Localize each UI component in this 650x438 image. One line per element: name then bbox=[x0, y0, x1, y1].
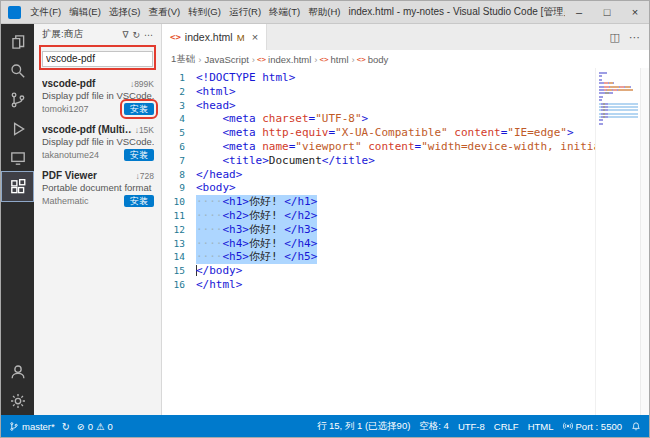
code-token: name bbox=[262, 140, 289, 153]
code-line[interactable]: 12····<h3>你好! </h3> bbox=[162, 223, 595, 237]
code-line[interactable]: 15</body> bbox=[162, 264, 595, 278]
code-line-text: <head> bbox=[196, 99, 236, 113]
code-token: "IE=edge" bbox=[507, 126, 567, 139]
breadcrumb-item[interactable]: html bbox=[330, 54, 350, 65]
code-token: </h4> bbox=[284, 237, 317, 250]
vertical-scrollbar[interactable] bbox=[640, 68, 649, 415]
menu-item-6[interactable]: 运行(R) bbox=[225, 1, 265, 23]
line-number: 2 bbox=[162, 85, 196, 99]
eol-sequence[interactable]: CRLF bbox=[494, 421, 519, 432]
cursor-position[interactable]: 行 15, 列 1 (已选择90) bbox=[317, 420, 410, 433]
code-file-icon: <> bbox=[257, 55, 266, 64]
split-editor-icon[interactable]: ◫ bbox=[610, 31, 620, 44]
settings-gear-icon[interactable] bbox=[2, 386, 33, 415]
remote-explorer-icon[interactable] bbox=[2, 143, 33, 172]
close-icon[interactable]: × bbox=[621, 2, 649, 23]
code-line-text: ····<h1>你好! </h1> bbox=[196, 195, 317, 209]
indentation[interactable]: 空格: 4 bbox=[419, 420, 449, 433]
code-line[interactable]: 5 <meta http-equiv="X-UA-Compatible" con… bbox=[162, 126, 595, 140]
tab-close-icon[interactable]: × bbox=[252, 31, 258, 43]
extension-item[interactable]: vscode-pdf (Multi…↓15KDisplay pdf file i… bbox=[34, 120, 161, 166]
code-editor[interactable]: 1<!DOCTYPE html>2<html>3<head>4 <meta ch… bbox=[162, 68, 649, 415]
filter-icon[interactable]: ∇ bbox=[120, 30, 130, 40]
breadcrumb-item[interactable]: 1基础 bbox=[170, 53, 196, 66]
code-line-text: <html> bbox=[196, 85, 236, 99]
minimap-line bbox=[599, 123, 638, 125]
breadcrumb-item[interactable]: index.html bbox=[267, 54, 312, 65]
sync-icon[interactable]: ↻ bbox=[62, 421, 70, 432]
git-branch-item[interactable]: master* bbox=[9, 421, 55, 432]
code-line[interactable]: 10····<h1>你好! </h1> bbox=[162, 195, 595, 209]
code-line[interactable]: 7 <title>Document</title> bbox=[162, 154, 595, 168]
extension-item[interactable]: vscode-pdf↓899KDisplay pdf file in VSCod… bbox=[34, 74, 161, 120]
status-right: 行 15, 列 1 (已选择90) 空格: 4 UTF-8 CRLF HTML … bbox=[317, 420, 641, 433]
extension-item[interactable]: PDF Viewer↓728Portable document format (… bbox=[34, 166, 161, 212]
problems-item[interactable]: ⊘ 0 ⚠ 0 bbox=[77, 421, 113, 432]
menu-item-8[interactable]: 帮助(H) bbox=[304, 1, 344, 23]
language-mode[interactable]: HTML bbox=[528, 421, 554, 432]
warning-icon: ⚠ bbox=[96, 421, 105, 432]
code-line[interactable]: 16</html> bbox=[162, 278, 595, 292]
more-actions-icon[interactable]: ⋯ bbox=[142, 30, 155, 40]
extensions-icon[interactable] bbox=[2, 172, 33, 201]
code-line[interactable]: 9<body> bbox=[162, 181, 595, 195]
code-line[interactable]: 2<html> bbox=[162, 85, 595, 99]
code-line[interactable]: 6 <meta name="viewport" content="width=d… bbox=[162, 140, 595, 154]
line-number: 9 bbox=[162, 181, 196, 195]
extension-footer-row: Mathematic安装 bbox=[42, 195, 154, 207]
sidebar-title: 扩展:商店 bbox=[42, 28, 120, 41]
extensions-sidebar: 扩展:商店 ∇ ↻ ⋯ vscode-pdf↓899KDisplay pdf f… bbox=[34, 24, 162, 415]
minimap-token bbox=[599, 119, 603, 121]
explorer-icon[interactable] bbox=[2, 27, 33, 56]
window-controls: – □ × bbox=[565, 2, 649, 23]
minimap-line bbox=[599, 86, 638, 88]
notifications-bell-icon[interactable] bbox=[631, 421, 641, 432]
breadcrumb-item[interactable]: body bbox=[367, 54, 390, 65]
code-line[interactable]: 11····<h2>你好! </h2> bbox=[162, 209, 595, 223]
minimap-token bbox=[605, 109, 608, 111]
code-line[interactable]: 14····<h5>你好! </h5> bbox=[162, 250, 595, 264]
breadcrumb-item[interactable]: JavaScript bbox=[203, 54, 249, 65]
code-line-text: ····<h2>你好! </h2> bbox=[196, 209, 317, 223]
chevron-right-icon: › bbox=[312, 54, 319, 65]
source-control-icon[interactable] bbox=[2, 85, 33, 114]
encoding[interactable]: UTF-8 bbox=[458, 421, 485, 432]
install-button[interactable]: 安装 bbox=[124, 149, 154, 161]
minimap[interactable] bbox=[595, 68, 640, 415]
menu-item-7[interactable]: 终端(T) bbox=[265, 1, 304, 23]
install-button[interactable]: 安装 bbox=[124, 103, 154, 115]
account-icon[interactable] bbox=[2, 357, 33, 386]
minimap-line bbox=[599, 99, 638, 101]
code-line[interactable]: 8</head> bbox=[162, 168, 595, 182]
install-button[interactable]: 安装 bbox=[124, 195, 154, 207]
editor-more-actions-icon[interactable]: ⋯ bbox=[629, 31, 640, 44]
menu-item-2[interactable]: 编辑(E) bbox=[65, 1, 105, 23]
line-number: 6 bbox=[162, 140, 196, 154]
editor-group: <> index.html M × ◫ ⋯ 1基础›JavaScript›<>i… bbox=[162, 24, 649, 415]
maximize-icon[interactable]: □ bbox=[593, 2, 621, 23]
code-line[interactable]: 13····<h4>你好! </h4> bbox=[162, 237, 595, 251]
menu-item-5[interactable]: 转到(G) bbox=[184, 1, 225, 23]
menu-item-1[interactable]: 文件(F) bbox=[26, 1, 65, 23]
vscode-logo-icon bbox=[8, 6, 21, 19]
code-token: <h3> bbox=[223, 223, 250, 236]
code-line[interactable]: 1<!DOCTYPE html> bbox=[162, 71, 595, 85]
extensions-search-input[interactable] bbox=[42, 51, 153, 67]
search-icon[interactable] bbox=[2, 56, 33, 85]
code-token: <meta bbox=[196, 140, 262, 153]
minimap-token bbox=[605, 106, 608, 108]
tab-index-html[interactable]: <> index.html M × bbox=[162, 24, 267, 50]
warning-count: 0 bbox=[108, 421, 113, 432]
code-token: > bbox=[362, 112, 369, 125]
extension-title-row: vscode-pdf (Multi…↓15K bbox=[42, 124, 154, 135]
code-line[interactable]: 3<head> bbox=[162, 99, 595, 113]
live-server-port[interactable]: Port : 5500 bbox=[563, 421, 622, 432]
refresh-icon[interactable]: ↻ bbox=[130, 30, 142, 40]
run-debug-icon[interactable] bbox=[2, 114, 33, 143]
minimap-line bbox=[599, 72, 638, 74]
menu-item-3[interactable]: 选择(S) bbox=[105, 1, 145, 23]
minimize-icon[interactable]: – bbox=[565, 2, 593, 23]
menu-item-4[interactable]: 查看(V) bbox=[144, 1, 184, 23]
code-line[interactable]: 4 <meta charset="UTF-8"> bbox=[162, 112, 595, 126]
minimap-token bbox=[605, 113, 608, 115]
